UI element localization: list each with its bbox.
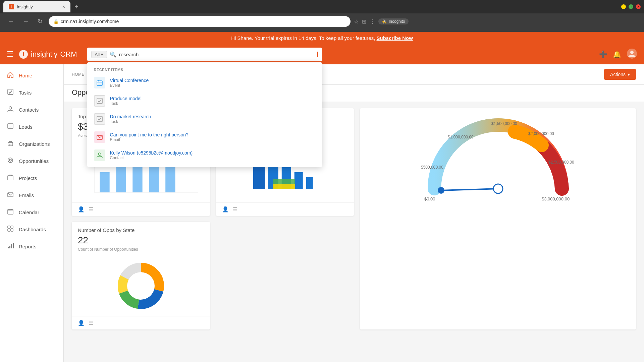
- browser-tabs: I Insightly × +: [3, 1, 621, 12]
- sidebar-item-reports[interactable]: Reports: [0, 238, 63, 255]
- sidebar-reports-label: Reports: [19, 244, 37, 249]
- dropdown-item-info-3: Do market research Task: [110, 114, 151, 124]
- svg-rect-48: [306, 177, 313, 189]
- sidebar-calendar-label: Calendar: [19, 209, 39, 215]
- svg-rect-34: [11, 244, 12, 248]
- new-tab-button[interactable]: +: [72, 3, 81, 11]
- hamburger-menu-icon[interactable]: ☰: [7, 50, 13, 59]
- sidebar-item-contacts[interactable]: Contacts: [0, 101, 63, 118]
- search-filter-dropdown[interactable]: All ▾: [91, 51, 107, 58]
- browser-menu-icon[interactable]: ⋮: [370, 18, 375, 25]
- svg-point-66: [127, 273, 154, 299]
- active-tab[interactable]: I Insightly ×: [3, 1, 70, 12]
- sidebar-item-projects[interactable]: Projects: [0, 170, 63, 187]
- dropdown-item-info: Virtual Conference Event: [110, 78, 149, 88]
- dropdown-item-market-research[interactable]: Do market research Task: [87, 110, 322, 128]
- sidebar-item-opportunities[interactable]: Opportunities: [0, 153, 63, 170]
- dropdown-item-contact[interactable]: Kelly Wilson (c5295b2c@moodjoy.com) Cont…: [87, 146, 322, 164]
- sidebar-item-calendar[interactable]: Calendar: [0, 204, 63, 221]
- number-opps-title: Number of Opps by State: [78, 227, 204, 233]
- sidebar-emails-label: Emails: [19, 192, 34, 198]
- crm-text: CRM: [60, 50, 77, 59]
- svg-rect-24: [8, 209, 13, 214]
- bookmark-icon[interactable]: ☆: [354, 18, 359, 25]
- search-dropdown: RECENT ITEMS Virtual Conference Event Pr…: [87, 62, 322, 167]
- item-name: Virtual Conference: [110, 78, 149, 83]
- svg-text:$2,500,000.00: $2,500,000.00: [548, 160, 574, 165]
- sidebar-item-emails[interactable]: Emails: [0, 187, 63, 204]
- svg-rect-35: [13, 243, 14, 248]
- sidebar-item-organizations[interactable]: Organizations: [0, 135, 63, 153]
- email-icon: [94, 131, 105, 143]
- close-button[interactable]: ×: [636, 4, 641, 9]
- task-icon-1: [94, 95, 105, 107]
- browser-extras: ☆ ⊞ ⋮ 🕵 Incognito: [354, 18, 409, 25]
- number-opps-chart: [72, 256, 210, 316]
- list-icon-3[interactable]: ☰: [89, 320, 93, 326]
- person-icon[interactable]: 👤: [78, 206, 85, 213]
- notifications-button[interactable]: 🔔: [613, 50, 621, 58]
- item-name-4: Can you point me to the right person?: [110, 132, 189, 137]
- insightly-logo-icon: i: [19, 50, 28, 59]
- svg-point-11: [630, 51, 634, 54]
- dropdown-item-email[interactable]: Can you point me to the right person? Em…: [87, 128, 322, 146]
- search-bar: All ▾ 🔍: [87, 48, 322, 61]
- dropdown-item-info-2: Produce model Task: [110, 96, 142, 106]
- list-icon-2[interactable]: ☰: [233, 206, 237, 213]
- dropdown-section-title: RECENT ITEMS: [87, 65, 322, 74]
- dropdown-item-produce-model[interactable]: Produce model Task: [87, 92, 322, 110]
- number-opps-header: Number of Opps by State: [72, 222, 210, 235]
- lock-icon: 🔒: [53, 19, 59, 24]
- sidebar-projects-label: Projects: [19, 175, 37, 181]
- person-icon-3[interactable]: 👤: [78, 320, 85, 326]
- svg-rect-38: [100, 172, 109, 192]
- back-button[interactable]: ←: [5, 17, 17, 26]
- top-sales-footer: 👤 ☰: [72, 202, 210, 216]
- address-bar[interactable]: 🔒 crm.na1.insightly.com/home: [49, 16, 351, 27]
- sidebar-item-home[interactable]: Home: [0, 67, 63, 84]
- donut-chart-svg: [114, 259, 168, 313]
- sidebar: Home Tasks Contacts Leads Organizations: [0, 64, 64, 362]
- logo-text: insightly: [31, 50, 57, 59]
- forward-button[interactable]: →: [20, 17, 32, 26]
- user-avatar-button[interactable]: [627, 48, 637, 61]
- emails-icon: [7, 191, 14, 199]
- svg-rect-39: [116, 166, 126, 192]
- svg-rect-33: [9, 246, 10, 248]
- sidebar-item-tasks[interactable]: Tasks: [0, 84, 63, 101]
- maximize-button[interactable]: □: [629, 4, 633, 9]
- window-controls: ─ □ ×: [621, 4, 641, 9]
- add-button[interactable]: ➕: [599, 50, 607, 58]
- trial-banner: Hi Shane. Your trial expires in 14 days.…: [0, 32, 644, 44]
- minimize-button[interactable]: ─: [621, 4, 626, 9]
- dropdown-item-virtual-conference[interactable]: Virtual Conference Event: [87, 74, 322, 92]
- header-actions: ➕ 🔔: [599, 48, 637, 61]
- browser-titlebar: I Insightly × + ─ □ ×: [0, 0, 644, 13]
- svg-point-52: [493, 184, 503, 193]
- contacts-icon: [7, 106, 14, 114]
- item-type-4: Email: [110, 137, 189, 142]
- list-icon[interactable]: ☰: [89, 206, 93, 213]
- tasks-icon: [7, 88, 14, 97]
- item-type-2: Task: [110, 101, 142, 106]
- svg-rect-12: [8, 89, 13, 95]
- extensions-icon[interactable]: ⊞: [362, 18, 366, 25]
- sidebar-item-dashboards[interactable]: Dashboards: [0, 221, 63, 238]
- svg-rect-50: [273, 184, 295, 189]
- reload-button[interactable]: ↻: [35, 16, 45, 26]
- number-opps-subtitle: Count of Number of Opportunities: [72, 247, 210, 256]
- sidebar-item-leads[interactable]: Leads: [0, 118, 63, 135]
- leads-icon: [7, 123, 14, 131]
- search-filter-label: All: [95, 52, 100, 57]
- tab-close-icon[interactable]: ×: [62, 4, 65, 9]
- incognito-label: Incognito: [389, 19, 405, 24]
- gauge-card: $0.00 $500,000.00 $1,000,000.00 $1,500,0…: [360, 108, 636, 329]
- search-input[interactable]: [119, 52, 314, 57]
- person-icon-2[interactable]: 👤: [222, 206, 229, 213]
- sidebar-organizations-label: Organizations: [19, 141, 50, 147]
- svg-text:$2,000,000.00: $2,000,000.00: [528, 131, 554, 136]
- sidebar-tasks-label: Tasks: [19, 90, 32, 96]
- svg-point-21: [9, 159, 11, 161]
- actions-button[interactable]: Actions ▾: [604, 69, 636, 80]
- subscribe-link[interactable]: Subscribe Now: [376, 35, 413, 41]
